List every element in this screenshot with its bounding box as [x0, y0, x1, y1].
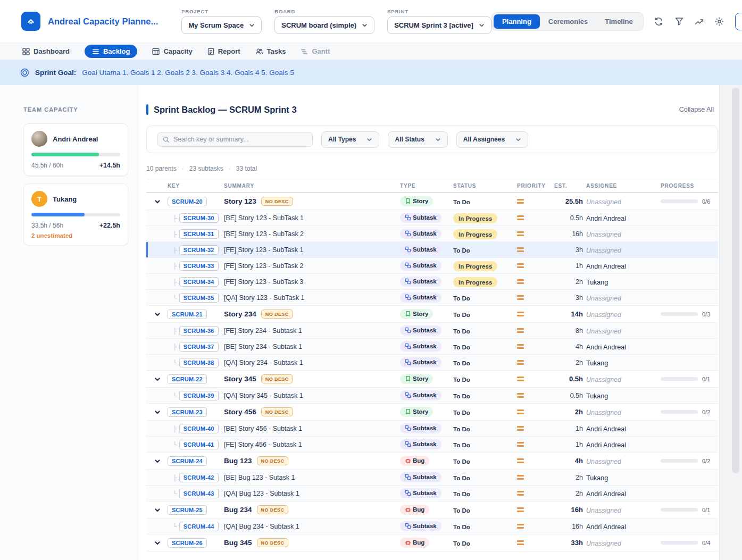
table-row[interactable]: ├SCRUM-36[FE] Story 234 - Subtask 1Subta…: [146, 323, 718, 339]
table-row[interactable]: └SCRUM-43[QA] Bug 123 - Subtask 1Subtask…: [146, 486, 718, 502]
filter-dropdown-all-assignees[interactable]: All Assignees: [456, 131, 528, 148]
search-box: [157, 132, 313, 147]
issue-key-badge[interactable]: SCRUM-20: [168, 197, 207, 206]
view-tab-ceremonies[interactable]: Ceremonies: [540, 14, 596, 29]
team-member-card[interactable]: Andri Andreal45.5h / 60h+14.5h: [23, 123, 128, 176]
table-row[interactable]: └SCRUM-44[QA] Bug 234 - Subtask 1Subtask…: [146, 519, 718, 534]
issue-key-badge[interactable]: SCRUM-44: [179, 522, 219, 531]
no-desc-badge: NO DESC: [261, 407, 293, 416]
issue-key-badge[interactable]: SCRUM-40: [179, 424, 219, 433]
assignee-name: Unassigned: [586, 507, 621, 514]
assignee-name: Tukang: [586, 279, 608, 286]
issue-summary: [BE] Story 123 - SubTask 1: [224, 214, 304, 222]
member-remaining: +22.5h: [99, 222, 120, 229]
issue-key-badge[interactable]: SCRUM-33: [179, 261, 219, 271]
member-name: Tukang: [53, 195, 77, 203]
tree-connector: ├: [173, 474, 177, 481]
nav-item-report[interactable]: Report: [207, 47, 240, 55]
issue-key-badge[interactable]: SCRUM-37: [179, 342, 219, 352]
table-row[interactable]: SCRUM-21Story 234NO DESCStoryTo Do14hUna…: [146, 306, 718, 323]
filter-icon[interactable]: [671, 13, 687, 29]
selector-dropdown-sprint[interactable]: SCRUM Sprint 3 [active]: [387, 16, 491, 34]
issue-key-badge[interactable]: SCRUM-41: [179, 440, 219, 449]
table-row[interactable]: ├SCRUM-32[FE] Story 123 - SubTask 1Subta…: [146, 242, 718, 258]
table-row[interactable]: SCRUM-20Story 123NO DESCStoryTo Do25.5hU…: [146, 193, 718, 210]
issue-key-badge[interactable]: SCRUM-35: [179, 293, 219, 303]
chevron-down-icon: [362, 22, 368, 28]
stats-item: 10 parents: [146, 165, 177, 172]
issue-key-badge[interactable]: SCRUM-21: [168, 310, 207, 319]
table-row[interactable]: ├SCRUM-42[BE] Bug 123 - Sutask 1SubtaskT…: [146, 470, 718, 486]
expand-chevron-icon[interactable]: [154, 540, 161, 546]
team-member-card[interactable]: TTukang33.5h / 56h+22.5h2 unestimated: [23, 183, 128, 246]
issue-key-badge[interactable]: SCRUM-22: [168, 374, 207, 384]
expand-chevron-icon[interactable]: [154, 198, 161, 205]
export-button[interactable]: Export: [735, 13, 742, 30]
table-row[interactable]: ├SCRUM-31[BE] Story 123 - SubTask 2Subta…: [146, 226, 718, 242]
nav-item-gantt[interactable]: Gantt: [301, 47, 330, 55]
table-row[interactable]: ├SCRUM-33[FE] Story 123 - SubTask 2Subta…: [146, 258, 718, 274]
issue-key-badge[interactable]: SCRUM-42: [179, 473, 219, 482]
expand-chevron-icon[interactable]: [154, 311, 161, 317]
nav-item-dashboard[interactable]: Dashboard: [22, 47, 70, 55]
table-row[interactable]: └SCRUM-38[QA] Story 234 - Subtask 1Subta…: [146, 355, 718, 371]
gear-icon[interactable]: [712, 13, 728, 29]
status-badge: In Progress: [453, 213, 497, 223]
issue-key-badge[interactable]: SCRUM-23: [168, 407, 207, 417]
issue-key-badge[interactable]: SCRUM-24: [168, 456, 207, 466]
column-header-key: KEY: [168, 183, 224, 189]
nav-item-tasks[interactable]: Tasks: [255, 47, 286, 55]
table-row[interactable]: ├SCRUM-40[BE] Story 456 - Subtask 1Subta…: [146, 421, 718, 437]
view-tab-planning[interactable]: Planning: [494, 14, 540, 29]
issue-key-badge[interactable]: SCRUM-25: [168, 505, 207, 515]
table-row[interactable]: └SCRUM-39[QA] Story 345 - Subtask 1Subta…: [146, 388, 718, 404]
collapse-all-button[interactable]: Collapse All: [679, 106, 718, 113]
expand-chevron-icon[interactable]: [154, 458, 161, 464]
filter-dropdown-value: All Status: [395, 136, 424, 143]
issue-key-badge[interactable]: SCRUM-38: [179, 358, 219, 367]
table-row[interactable]: SCRUM-26Bug 345NO DESCBugTo Do33hUnassig…: [146, 534, 718, 551]
issue-key-badge[interactable]: SCRUM-32: [179, 245, 219, 255]
tree-connector: └: [173, 360, 177, 366]
trend-icon[interactable]: [691, 13, 707, 29]
type-label: Subtask: [413, 294, 437, 300]
selector-label: PROJECT: [181, 9, 262, 14]
no-desc-badge: NO DESC: [261, 374, 293, 383]
table-row[interactable]: SCRUM-25Bug 234NO DESCBugTo Do16hUnassig…: [146, 502, 718, 519]
expand-chevron-icon[interactable]: [154, 409, 161, 415]
priority-medium-icon: [517, 377, 554, 381]
expand-chevron-icon[interactable]: [154, 507, 161, 513]
issue-key-badge[interactable]: SCRUM-26: [168, 538, 207, 548]
filter-dropdown-all-types[interactable]: All Types: [321, 131, 379, 148]
filter-dropdown-all-status[interactable]: All Status: [388, 131, 447, 148]
issue-summary: Story 234: [224, 310, 256, 318]
refresh-icon[interactable]: [651, 13, 667, 29]
type-label: Subtask: [413, 343, 437, 349]
nav-item-capacity[interactable]: Capacity: [152, 47, 192, 55]
table-row[interactable]: └SCRUM-35[QA] Story 123 - SubTask 1Subta…: [146, 290, 718, 306]
page-scrollbar-track[interactable]: [719, 85, 742, 560]
subtask-icon: [405, 425, 411, 431]
expand-chevron-icon[interactable]: [154, 376, 161, 382]
table-row[interactable]: ├SCRUM-37[BE] Story 234 - Subtask 1Subta…: [146, 339, 718, 355]
table-row[interactable]: ├SCRUM-34[FE] Story 123 - SubTask 3Subta…: [146, 274, 718, 290]
issue-key-badge[interactable]: SCRUM-34: [179, 277, 219, 287]
selector-dropdown-project[interactable]: My Scrum Space: [181, 16, 262, 34]
selector-dropdown-board[interactable]: SCRUM board (simple): [274, 16, 374, 34]
backlog-stats: 10 parents·23 subtasks·33 total: [146, 165, 718, 172]
table-row[interactable]: ├SCRUM-30[BE] Story 123 - SubTask 1Subta…: [146, 210, 718, 226]
issue-key-badge[interactable]: SCRUM-30: [179, 213, 219, 223]
nav-item-backlog[interactable]: Backlog: [85, 45, 138, 58]
issue-key-badge[interactable]: SCRUM-31: [179, 229, 219, 239]
subtask-icon: [405, 327, 411, 333]
issue-key-badge[interactable]: SCRUM-36: [179, 326, 219, 336]
table-row[interactable]: SCRUM-23Story 456NO DESCStoryTo Do2hUnas…: [146, 404, 718, 421]
table-row[interactable]: SCRUM-22Story 345NO DESCStoryTo Do0.5hUn…: [146, 371, 718, 388]
table-row[interactable]: └SCRUM-41[FE] Story 456 - Subtask 1Subta…: [146, 437, 718, 453]
table-row[interactable]: SCRUM-24Bug 123NO DESCBugTo Do4hUnassign…: [146, 453, 718, 470]
page-scrollbar-thumb[interactable]: [732, 88, 739, 473]
issue-key-badge[interactable]: SCRUM-43: [179, 489, 219, 498]
search-input[interactable]: [173, 136, 307, 143]
issue-key-badge[interactable]: SCRUM-39: [179, 391, 219, 400]
view-tab-timeline[interactable]: Timeline: [596, 14, 641, 29]
